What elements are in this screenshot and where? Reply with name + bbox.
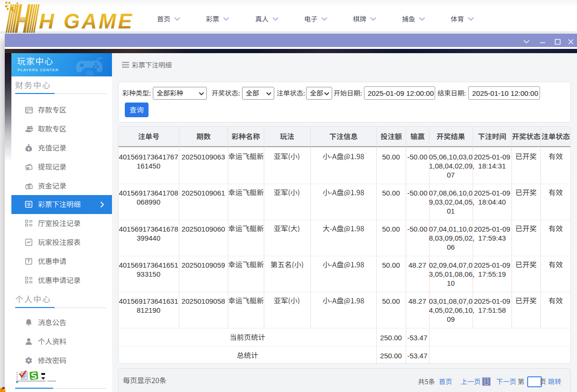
svg-text:H GAME: H GAME — [39, 9, 134, 33]
